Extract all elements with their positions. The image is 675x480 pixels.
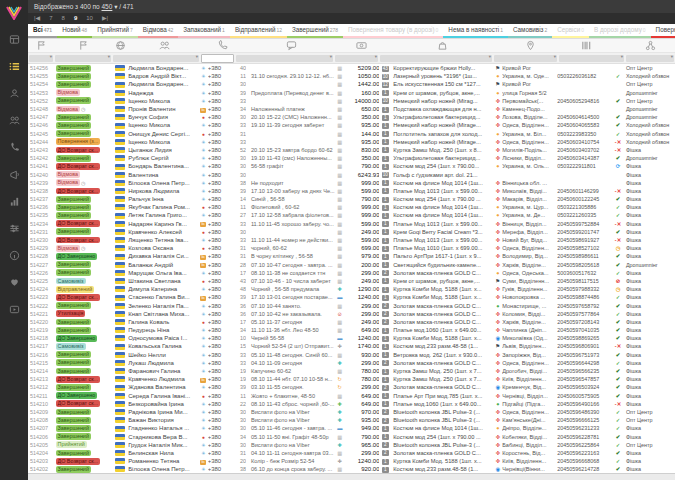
product-name[interactable]: Крем Goqi Berry Facial Cream *3...: [391, 229, 493, 235]
sidebar-item-contacts[interactable]: [0, 80, 28, 107]
tracking-number[interactable]: 20450597041035: [557, 327, 613, 333]
delivery-city[interactable]: Одеса, Відділен...: [502, 139, 557, 145]
status-badge[interactable]: Завершений: [56, 81, 91, 88]
table-row[interactable]: 514234ДО Возврат ск...Надарян Каринэ Гв.…: [28, 220, 675, 228]
client-name[interactable]: Людмила Бондарен...: [128, 81, 199, 87]
status-badge[interactable]: Завершений: [56, 368, 91, 375]
product-name[interactable]: Костюм мод 254 (1шт. х 790.00 ...: [391, 196, 493, 202]
product-name[interactable]: Ветровка мод. 262 (1шт. х 930.0...: [391, 352, 493, 358]
delivery-city[interactable]: Харків, Відділе...: [502, 319, 557, 325]
tracking-number[interactable]: 20450596486390: [557, 409, 613, 415]
table-row[interactable]: 514231ЗавершенийКравченко Алексей●+38030…: [28, 228, 675, 236]
product-name[interactable]: Куртка Замш Мод. 250 (1шт. х 8...: [391, 147, 493, 153]
table-row[interactable]: 514245ЗавершенийОнищук Денис Сергі...●+3…: [28, 130, 675, 138]
tracking-number[interactable]: 20450604614500: [557, 114, 613, 120]
status-badge[interactable]: Завершений: [56, 73, 91, 80]
table-row[interactable]: 514214ЗавершенийФаранович Галина✳+38019К…: [28, 367, 675, 375]
status-badge[interactable]: Завершений: [56, 130, 91, 137]
status-badge[interactable]: Завершений: [56, 425, 91, 432]
table-row[interactable]: 514237ЗавершенийРальчук Інна✳+38014Синій…: [28, 195, 675, 203]
client-phone[interactable]: +380: [208, 286, 234, 292]
status-badge[interactable]: Самовивіз: [56, 278, 86, 285]
product-name[interactable]: Костюм мод 254 (1шт. х 790.00...: [391, 163, 493, 169]
client-phone[interactable]: +380: [208, 425, 234, 431]
client-phone[interactable]: +380: [208, 131, 234, 137]
product-name[interactable]: Золотая маска-пленка GOLD C...: [391, 311, 493, 317]
product-name[interactable]: Платье Мод 1013 (1шт. х 599.00...: [391, 237, 493, 243]
client-name[interactable]: Галина Коваль: [128, 319, 199, 325]
client-phone[interactable]: +380: [208, 294, 234, 300]
table-row[interactable]: 514221УтилізаціяКнап Світлана Миха...✳+3…: [28, 310, 675, 318]
sidebar-item-video[interactable]: [0, 296, 28, 323]
product-name[interactable]: Костюм на флисе Мод 1014 (1ш...: [391, 180, 493, 186]
client-name[interactable]: Раднікова Ірина Ми...: [128, 409, 199, 415]
sidebar-item-team[interactable]: [0, 107, 28, 134]
delivery-city[interactable]: Каменец-Подо...: [502, 106, 557, 112]
client-name[interactable]: Кравченко Людмила: [128, 376, 199, 382]
product-name[interactable]: Платье Арт При мод.785 (1шт. х...: [391, 393, 493, 399]
product-name[interactable]: Костюм на флисе Мод 1014 (1ш...: [391, 212, 493, 218]
filter-status[interactable]: [55, 55, 111, 62]
client-name[interactable]: Онищук Денис Сергі...: [128, 131, 199, 137]
delivery-city[interactable]: Одеса, Відділен...: [502, 122, 557, 128]
page-button-10[interactable]: 10: [86, 13, 93, 24]
manager-comment[interactable]: 08.10 11-44 нбт. 07.10 10-58 н...: [246, 376, 335, 382]
client-name[interactable]: Грудок Наталія Мик...: [128, 442, 199, 448]
client-phone[interactable]: +380: [208, 221, 234, 227]
sidebar-item-info[interactable]: [0, 242, 28, 269]
status-badge[interactable]: ДО Возврат ск...: [56, 294, 101, 301]
tracking-number[interactable]: 20450598691927: [557, 237, 613, 243]
delivery-city[interactable]: Чаплинка (Дніп...: [502, 327, 557, 333]
status-badge[interactable]: ДО Возврат ск...: [56, 220, 101, 227]
manager-comment[interactable]: 11.10 11-44 номер не действи...: [246, 237, 335, 243]
table-row[interactable]: 514207ЗавершенийГладненко Наталья ...✳+3…: [28, 424, 675, 432]
manager-comment[interactable]: 19.10 11-43 (смс) Наложенны...: [246, 155, 335, 161]
status-badge[interactable]: Завершений: [56, 269, 91, 276]
client-phone[interactable]: +380: [208, 98, 234, 104]
table-row[interactable]: 514246ЗавершенийІщенко Микола✳+3803319.1…: [28, 121, 675, 129]
delivery-city[interactable]: улица Горная 5/2: [502, 90, 557, 96]
delivery-city[interactable]: Суми, Відділенн...: [502, 278, 557, 284]
product-name[interactable]: Золотая маска-пленка GOLD C...: [391, 303, 493, 309]
client-phone[interactable]: +380: [208, 204, 234, 210]
delivery-city[interactable]: Коростень, Від...: [502, 450, 557, 456]
client-phone[interactable]: +380: [208, 409, 234, 415]
client-phone[interactable]: +380: [208, 245, 234, 251]
manager-comment[interactable]: 07.10 10-44 занято.: [246, 303, 335, 309]
product-name[interactable]: Корректирующие брюки Holly...: [391, 65, 493, 71]
delivery-city[interactable]: Одеса, Відділен...: [502, 409, 557, 415]
status-badge[interactable]: Завершений: [56, 319, 91, 326]
client-phone[interactable]: +380: [208, 139, 234, 145]
tracking-number[interactable]: 20450596228781: [557, 434, 613, 440]
delivery-city[interactable]: Бабинці, Відділ...: [502, 442, 557, 448]
table-row[interactable]: 514252ЗавершенийІщенко Микола✳+38033▦140…: [28, 97, 675, 105]
client-phone[interactable]: +380: [208, 278, 234, 284]
delivery-city[interactable]: Кривой Рог: [502, 81, 557, 87]
product-name[interactable]: Куртка Комби Мод. 5188 (1шт. х...: [391, 335, 493, 341]
delivery-city[interactable]: Гуків, Відділенн...: [502, 286, 557, 292]
product-name[interactable]: Платье мод.1060 (1шт. х 649.00...: [391, 401, 493, 407]
client-name[interactable]: Лукаш Людмила: [128, 360, 199, 366]
client-phone[interactable]: +380: [208, 393, 234, 399]
client-name[interactable]: Бадров Андрій Вікт...: [128, 73, 199, 79]
column-header-phone[interactable]: [209, 37, 235, 55]
manager-comment[interactable]: Вислати фото на Viber: [246, 409, 335, 415]
client-phone[interactable]: +380: [208, 114, 234, 120]
status-badge[interactable]: Завершений: [56, 122, 91, 129]
delivery-city[interactable]: Миколаїв, Відді...: [502, 188, 557, 194]
client-phone[interactable]: +380: [208, 417, 234, 423]
filter-id[interactable]: [29, 55, 53, 62]
client-name[interactable]: Фаранович Галина: [128, 368, 199, 374]
client-name[interactable]: Летяк Галина Григо...: [128, 212, 199, 218]
manager-comment[interactable]: 17.10 12-58 забрала фіолетов...: [246, 212, 335, 218]
client-phone[interactable]: +380: [208, 229, 234, 235]
client-name[interactable]: Педурець Ніна: [128, 327, 199, 333]
sidebar-item-settings[interactable]: [0, 215, 28, 242]
client-phone[interactable]: +380: [208, 368, 234, 374]
table-row[interactable]: 514255ЗавершенийБадров Андрій Вікт...✳+3…: [28, 72, 675, 80]
status-badge[interactable]: Завершений: [56, 359, 91, 366]
client-phone[interactable]: +380: [208, 163, 234, 169]
tracking-number[interactable]: 20450596214728: [557, 466, 613, 472]
delivery-city[interactable]: Кам'янське(Дні...: [502, 417, 557, 423]
manager-comment[interactable]: 03.10 11-55 сегодня.: [246, 384, 335, 390]
